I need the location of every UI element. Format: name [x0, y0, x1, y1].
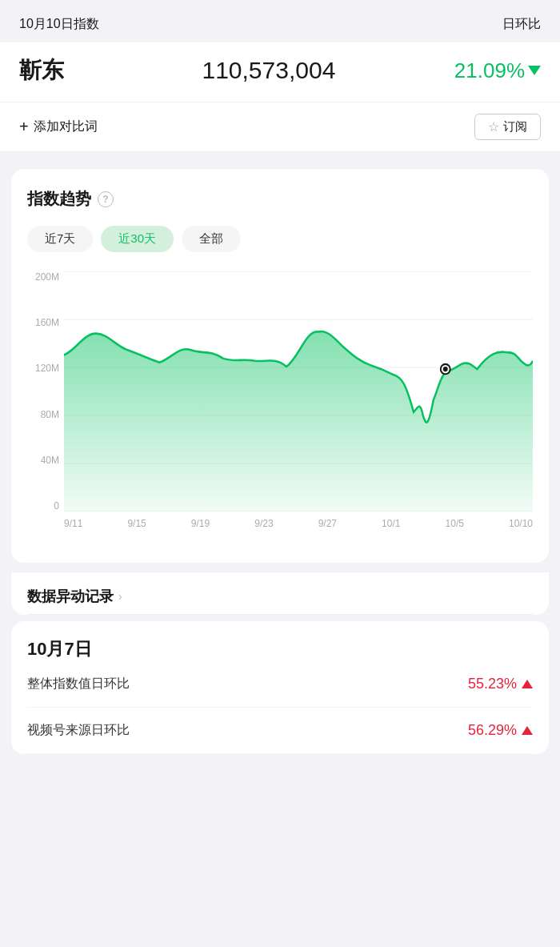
date-label-section: 10月7日	[27, 637, 533, 661]
help-icon[interactable]: ?	[98, 191, 114, 207]
x-label-923: 9/23	[254, 518, 273, 529]
add-compare-label: 添加对比词	[34, 118, 98, 135]
percent-value: 21.09%	[454, 58, 525, 83]
chevron-right-icon: ›	[118, 590, 122, 603]
date-stats-section: 10月7日 整体指数值日环比 55.23% 视频号来源日环比 56.29%	[11, 621, 549, 754]
header-bar: 10月10日指数 日环比	[0, 0, 560, 42]
add-compare-button[interactable]: + 添加对比词	[19, 118, 98, 136]
tab-7days[interactable]: 近7天	[27, 226, 93, 252]
stat-item-overall: 整体指数值日环比 55.23%	[27, 661, 533, 708]
x-axis-labels: 9/11 9/15 9/19 9/23 9/27 10/1 10/5 10/10	[64, 512, 533, 544]
y-label-200m: 200M	[27, 271, 64, 283]
chart-title-row: 指数趋势 ?	[27, 188, 533, 210]
date-label: 10月10日指数	[19, 16, 99, 33]
y-label-160m: 160M	[27, 317, 64, 328]
stat-item-overall-value: 55.23%	[468, 676, 533, 692]
arrow-up-icon-overall	[522, 680, 533, 688]
star-icon: ☆	[488, 119, 499, 134]
x-label-911: 9/11	[64, 518, 82, 529]
stat-item-overall-label: 整体指数值日环比	[27, 676, 130, 692]
y-label-0: 0	[27, 500, 64, 512]
x-label-915: 9/15	[127, 518, 146, 529]
anomaly-title: 数据异动记录	[27, 587, 114, 606]
chart-area: 200M 160M 120M 80M 40M 0	[27, 271, 533, 544]
anomaly-section: 数据异动记录 ›	[11, 572, 549, 615]
x-label-927: 9/27	[318, 518, 337, 529]
subscribe-label: 订阅	[503, 119, 527, 134]
stat-item-video-value: 56.29%	[468, 722, 533, 739]
subscribe-button[interactable]: ☆ 订阅	[474, 114, 541, 140]
section-divider	[0, 151, 560, 159]
x-label-919: 9/19	[191, 518, 210, 529]
chart-title: 指数趋势	[27, 188, 91, 210]
action-bar: + 添加对比词 ☆ 订阅	[0, 102, 560, 151]
chart-card: 指数趋势 ? 近7天 近30天 全部 200M 160M 120M 80M 40…	[11, 169, 549, 563]
stat-percent: 21.09%	[454, 58, 541, 83]
chart-svg	[64, 271, 533, 512]
arrow-up-icon-video	[522, 726, 533, 735]
overall-percent: 55.23%	[468, 676, 517, 692]
stat-item-video: 视频号来源日环比 56.29%	[27, 708, 533, 754]
stat-item-video-label: 视频号来源日环比	[27, 722, 130, 739]
bottom-space	[0, 760, 560, 793]
tab-30days[interactable]: 近30天	[101, 226, 174, 252]
plus-icon: +	[19, 118, 29, 136]
y-axis-labels: 200M 160M 120M 80M 40M 0	[27, 271, 64, 512]
y-label-120m: 120M	[27, 363, 64, 374]
main-stat-row: 靳东 110,573,004 21.09%	[0, 42, 560, 102]
x-label-1010: 10/10	[509, 518, 533, 529]
tab-all[interactable]: 全部	[182, 226, 241, 252]
y-label-80m: 80M	[27, 409, 64, 420]
video-percent: 56.29%	[468, 722, 517, 739]
anomaly-title-row[interactable]: 数据异动记录 ›	[27, 572, 533, 615]
x-label-101: 10/1	[382, 518, 400, 529]
arrow-down-icon	[528, 66, 541, 75]
compare-label: 日环比	[502, 16, 541, 33]
y-label-40m: 40M	[27, 455, 64, 466]
chart-dot-center	[443, 367, 448, 371]
index-value: 110,573,004	[99, 57, 438, 84]
time-tabs: 近7天 近30天 全部	[27, 226, 533, 252]
chart-inner	[64, 271, 533, 512]
keyword-name: 靳东	[19, 55, 83, 86]
x-label-105: 10/5	[446, 518, 464, 529]
